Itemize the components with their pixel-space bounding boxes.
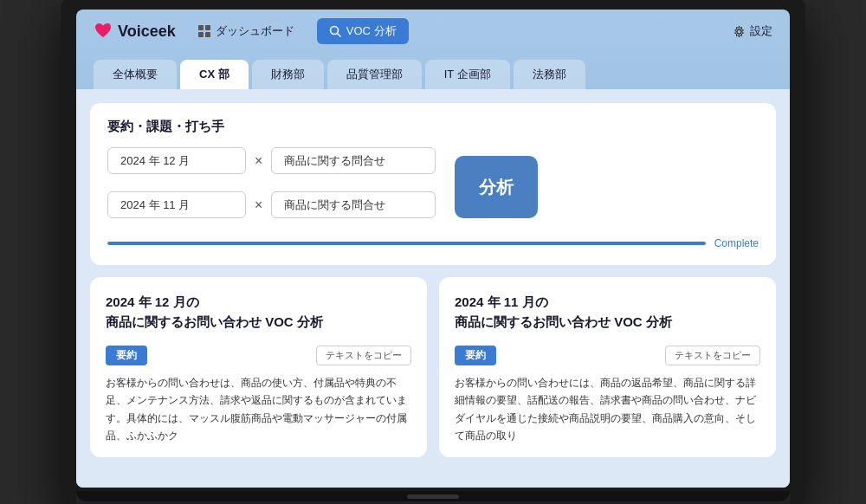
copy-button-1[interactable]: テキストをコピー — [665, 346, 760, 365]
result-row: 2024 年 12 月の 商品に関するお問い合わせ VOC 分析 要約 テキスト… — [90, 277, 776, 457]
tab-legal[interactable]: 法務部 — [514, 60, 585, 89]
category-input-1[interactable] — [271, 147, 436, 174]
svg-rect-3 — [205, 32, 210, 37]
top-nav: Voiceek ダッシュボード VOC — [76, 10, 790, 53]
result-section-header-1: 要約 テキストをコピー — [455, 346, 760, 365]
svg-point-6 — [737, 29, 741, 34]
app-name: Voiceek — [118, 23, 176, 41]
dashboard-button[interactable]: ダッシュボード — [186, 18, 307, 44]
result-label-1: 要約 — [455, 346, 496, 365]
progress-fill — [107, 242, 706, 245]
result-text-1: お客様からの問い合わせには、商品の返品希望、商品に関する詳細情報の要望、話配送の… — [455, 374, 760, 445]
laptop-notch — [407, 494, 459, 499]
search-icon — [329, 25, 341, 37]
result-label-0: 要約 — [106, 346, 147, 365]
result-card-0: 2024 年 12 月の 商品に関するお問い合わせ VOC 分析 要約 テキスト… — [90, 277, 427, 457]
tab-quality[interactable]: 品質管理部 — [327, 60, 422, 89]
progress-complete-label: Complete — [714, 237, 759, 249]
result-section-header-0: 要約 テキストをコピー — [106, 346, 411, 365]
filter-row-2: × — [107, 191, 436, 218]
analyze-button[interactable]: 分析 — [455, 156, 538, 218]
separator-1: × — [255, 153, 262, 169]
result-card-title-0: 2024 年 12 月の 商品に関するお問い合わせ VOC 分析 — [106, 293, 411, 332]
main-content: 要約・課題・打ち手 × × — [76, 89, 790, 488]
filter-rows: × × — [107, 147, 436, 227]
copy-button-0[interactable]: テキストをコピー — [316, 346, 411, 365]
date-input-2[interactable] — [107, 191, 246, 218]
app-logo: Voiceek — [94, 22, 176, 41]
result-text-0: お客様からの問い合わせは、商品の使い方、付属品や特典の不足、メンテナンス方法、請… — [106, 374, 411, 445]
grid-icon — [198, 25, 210, 37]
category-input-2[interactable] — [271, 191, 436, 218]
settings-button[interactable]: 設定 — [733, 23, 772, 39]
tab-finance[interactable]: 財務部 — [252, 60, 324, 89]
svg-rect-0 — [198, 25, 204, 30]
logo-heart-icon — [94, 22, 113, 41]
date-input-1[interactable] — [107, 147, 246, 174]
tab-cx[interactable]: CX 部 — [180, 60, 249, 89]
separator-2: × — [255, 197, 262, 213]
progress-track — [107, 242, 706, 245]
progress-container: Complete — [107, 237, 759, 249]
voc-analysis-button[interactable]: VOC 分析 — [317, 18, 409, 44]
result-card-title-1: 2024 年 11 月の 商品に関するお問い合わせ VOC 分析 — [455, 293, 760, 332]
result-card-1: 2024 年 11 月の 商品に関するお問い合わせ VOC 分析 要約 テキスト… — [439, 277, 776, 457]
tab-it[interactable]: IT 企画部 — [425, 60, 510, 89]
analysis-card-title: 要約・課題・打ち手 — [107, 119, 759, 135]
analysis-card: 要約・課題・打ち手 × × — [90, 103, 776, 265]
tab-overview[interactable]: 全体概要 — [94, 60, 177, 89]
svg-rect-1 — [205, 25, 210, 30]
gear-icon — [733, 25, 746, 38]
tab-bar: 全体概要 CX 部 財務部 品質管理部 IT 企画部 法務部 — [76, 53, 790, 89]
svg-rect-2 — [198, 32, 204, 37]
svg-line-5 — [337, 34, 340, 37]
filter-row-1: × — [107, 147, 436, 174]
laptop-base — [76, 491, 790, 504]
laptop-chin — [76, 491, 790, 501]
